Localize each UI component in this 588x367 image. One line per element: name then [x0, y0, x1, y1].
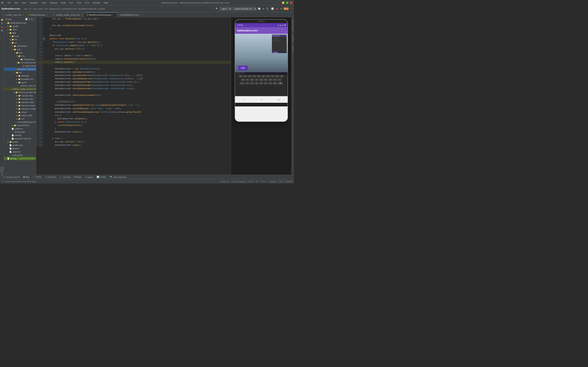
tab-close-btn[interactable]: ✕ [46, 14, 48, 16]
tree-item-mipmap-xxxhdpi[interactable]: ▶ 📁 mipmap-xxxhdpi [4, 107, 36, 110]
structure-icon[interactable]: 🏗 [0, 22, 4, 25]
key-b[interactable]: b [264, 82, 268, 85]
problems-tab[interactable]: ⚠ Problems [43, 175, 58, 179]
key-r[interactable]: r [252, 75, 256, 77]
tree-item-gradle-root[interactable]: ▶ 📁 gradle [4, 140, 36, 143]
module-selector[interactable]: app ▾ [220, 7, 232, 11]
bookmarks-icon[interactable]: 🔖 [0, 25, 4, 29]
key-q[interactable]: q [239, 75, 242, 77]
device-selector[interactable]: Xiaomi Mi Note 3 ▾ [233, 7, 257, 11]
key-x[interactable]: x [250, 82, 254, 85]
key-e[interactable]: e [248, 75, 252, 77]
logcat-tab[interactable]: ≡ Logcat [83, 175, 94, 179]
layout-inspector-btn[interactable]: Layout Inspector [231, 180, 246, 183]
expand-btn[interactable]: ⌃ [289, 7, 293, 10]
tab-mediarecordactivity-java[interactable]: J MediaRecordActivity.java ✕ [85, 12, 116, 17]
search-toolbar-btn[interactable]: 🔍 [215, 7, 219, 10]
key-k[interactable]: k [273, 79, 277, 81]
tree-item-libs[interactable]: ▶ 📁 libs [4, 38, 36, 41]
breadcrumb-dingjiaxiong[interactable]: dingjiaxiong [49, 8, 60, 10]
tree-item-java[interactable]: ▼ 📁 java [4, 51, 36, 54]
tree-item-idea[interactable]: ▶ 📁 .idea [4, 28, 36, 31]
expand-all-btn[interactable]: ⬆ [31, 18, 33, 20]
key-t[interactable]: t [257, 75, 261, 77]
project-root[interactable]: ▼ 📁 MyMediaRecorder [4, 21, 36, 25]
tree-item-proguard[interactable]: 📄 proguard-rules.pro [4, 137, 36, 140]
tree-item-gradle[interactable]: ▶ 📁 .gradle [4, 25, 36, 28]
tree-item-mipmap-mdpi[interactable]: ▶ 📁 mipmap-mdpi [4, 97, 36, 100]
phone-action-btn[interactable]: 结束 [238, 66, 248, 70]
tree-item-build[interactable]: ▶ 📁 build [4, 34, 36, 38]
version-control-tab[interactable]: ⎇ Version Control [1, 175, 21, 179]
tree-item-settings-root[interactable]: 📄 settings Launch succeeded [4, 157, 36, 160]
menu-build[interactable]: Build [61, 1, 66, 4]
tab-close-btn-active[interactable]: ✕ [112, 14, 114, 16]
breadcrumb-mymediarecorder[interactable]: mymediarecorder [61, 8, 77, 10]
tree-item-values[interactable]: ▶ 📁 values [4, 110, 36, 114]
tree-item-settings-app[interactable]: 📄 settings [4, 133, 36, 137]
adb-wifi-tab[interactable]: ADB Wi-Fi [292, 33, 294, 44]
key-backspace[interactable]: ⌫ [278, 82, 283, 85]
tree-item-androidmanifest[interactable]: M AndroidManifest.xml [4, 120, 36, 124]
tab-mainactivity-java[interactable]: J MainActivity.java ✕ [26, 12, 50, 17]
device-manager-tab[interactable]: Device Manager [292, 18, 294, 33]
menu-view[interactable]: View [21, 1, 27, 4]
key-u[interactable]: u [266, 75, 270, 77]
tab-activity-main-xml[interactable]: XML activity_main.xml ✕ [0, 12, 26, 17]
tree-item-mipmap-xhdpi[interactable]: ▶ 📁 mipmap-xhdpi [4, 100, 36, 104]
breadcrumb-app[interactable]: app [24, 8, 27, 10]
key-s[interactable]: s [245, 79, 250, 81]
tree-item-gitignore-root[interactable]: 📄 .gitignore [4, 150, 36, 153]
tree-item-layout[interactable]: ▼ 📁 layout [4, 81, 36, 84]
breadcrumb-src[interactable]: src [29, 8, 32, 10]
minimize-button[interactable]: — [282, 1, 285, 4]
menu-help[interactable]: Help [103, 1, 109, 4]
menu-edit[interactable]: Edit [14, 1, 19, 4]
key-h[interactable]: h [264, 79, 268, 81]
close-button[interactable]: ✕ [290, 1, 293, 4]
run-tab[interactable]: ▶ Run [22, 175, 31, 179]
sync-project-btn[interactable]: 🔄 [25, 18, 28, 20]
emulator-tab[interactable]: Emulator [292, 44, 294, 54]
tree-item-activity-media-xml[interactable]: ≡ activity_media_record.xml [4, 87, 36, 91]
tree-item-mediarecordactivity[interactable]: J MediaRecordActivity [4, 67, 36, 71]
breadcrumb-com[interactable]: com [44, 8, 48, 10]
tab-androidmanifest-xml[interactable]: M AndroidManifest.xml ✕ [116, 12, 144, 17]
debug-btn[interactable]: 🐛 [266, 7, 270, 10]
tree-item-mipmap-xxhdpi[interactable]: ▶ 📁 mipmap-xxhdpi [4, 104, 36, 107]
tab-close-btn[interactable]: ✕ [22, 14, 24, 16]
phone-keyboard[interactable]: QWERTYUIOP q w e r t y u i o p [235, 72, 288, 96]
tree-item-main[interactable]: ▼ 📁 main [4, 48, 36, 51]
tab-activity-media-record-xml[interactable]: XML activity_media_record.xml ✕ [50, 12, 85, 17]
key-d[interactable]: d [250, 79, 254, 81]
tab-close-btn[interactable]: ✕ [80, 14, 83, 16]
tree-item-values-night[interactable]: ▶ 📁 values-night [4, 114, 36, 117]
code-editor[interactable]: 28 btn_opt = findViewById(R.id.btn_opt);… [36, 17, 231, 175]
key-g[interactable]: g [259, 79, 263, 81]
sync-btn[interactable]: 🔄 [257, 7, 261, 10]
tree-item-build-gradle-root[interactable]: G build.gradle [4, 153, 36, 157]
maximize-button[interactable]: □ [286, 1, 288, 4]
tree-item-mipmap-hdpi[interactable]: ▶ 📁 mipmap-hdpi [4, 94, 36, 97]
key-j[interactable]: j [268, 79, 273, 81]
menu-run[interactable]: Run [69, 1, 74, 4]
tree-item-mymediarecorder[interactable]: ▼ 📁 mymediarecorder [4, 61, 36, 64]
tree-item-test[interactable]: ▶ 📁 test [unitTest] [4, 124, 36, 127]
todo-tab[interactable]: ✓ TODO [32, 175, 43, 179]
profiler-tab[interactable]: 📊 Profiler [95, 175, 108, 179]
breadcrumb-main[interactable]: main [33, 8, 37, 10]
menu-navigate[interactable]: Navigate [29, 1, 38, 4]
tree-item-drawable-v24[interactable]: ▶ 📁 drawable-v24 [4, 77, 36, 81]
menu-tools[interactable]: Tools [76, 1, 82, 4]
phone-back-btn[interactable]: ← [243, 98, 245, 101]
key-w[interactable]: w [243, 75, 247, 77]
app-inspection-tab[interactable]: 🔍 App Inspection [108, 175, 128, 179]
menu-vcs[interactable]: VCS [84, 1, 90, 4]
tree-item-build-gradle-app[interactable]: G build.gradle [4, 130, 36, 133]
collapse-all-btn[interactable]: × [34, 18, 35, 20]
settings-btn[interactable]: ⚙ [279, 7, 283, 10]
profile-btn[interactable]: 📊 [270, 7, 275, 10]
tree-item-androidtest[interactable]: ▶ 📁 androidTest [4, 44, 36, 48]
key-y[interactable]: y [261, 75, 266, 77]
key-l[interactable]: l [278, 79, 282, 81]
